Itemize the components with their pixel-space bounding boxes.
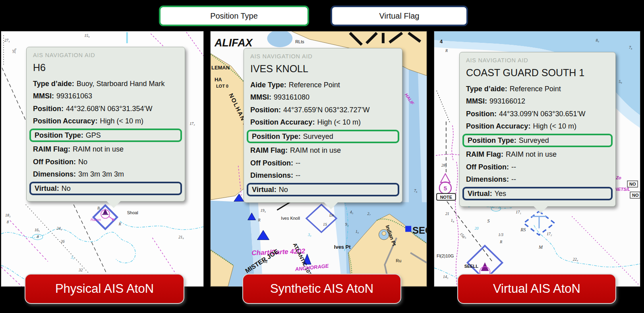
legend-virtual-flag: Virtual Flag (331, 6, 468, 26)
info-row: Position:44°33.099’N 063°30.651’W (466, 108, 609, 120)
no-box-label: NO (629, 182, 636, 186)
sounding-label: 26 (60, 239, 64, 244)
sounding-label: R (258, 218, 261, 222)
label-synthetic-ais-aton: Synthetic AIS AtoN (242, 274, 401, 304)
chart-panel-physical: 15₄ 27₄ 35₆ 7₁ B₂ Shoal Racon R 18₃ 8 16… (1, 31, 204, 287)
no-box-label: NO (632, 193, 639, 198)
virtual-flag-row: Virtual:No (29, 182, 182, 196)
position-type-row: Position Type:Surveyed (462, 134, 613, 148)
sounding-label: 15₄ (84, 33, 90, 38)
sounding-label: 4 (440, 38, 443, 44)
position-type-row: Position Type:GPS (29, 129, 182, 142)
sounding-label: 21₉ (178, 235, 184, 239)
sounding-label: 24₄ (56, 226, 62, 230)
popup-header: AIS NAVIGATION AID (250, 53, 396, 60)
sounding-label: 1₉ (356, 229, 359, 234)
sounding-label: 17₃ (190, 121, 195, 126)
sounding-label: 22₄ (573, 257, 578, 261)
place-label: LEMAN (211, 65, 230, 71)
ives-pt-label: Ives Pt (334, 244, 351, 250)
info-row: Aide Type:Reference Point (250, 79, 396, 91)
sounding-label: 35₆ (12, 48, 16, 54)
chart-panel-synthetic: ALIFAX RLts 14₆ (5) LEMAN HA LOT 0 NOLHA… (210, 31, 427, 287)
sounding-label: M (538, 244, 543, 250)
info-row: Dimensions:3m 3m 3m 3m (33, 168, 178, 181)
sounding-label: 9₃ (345, 222, 349, 227)
sounding-label: 8₉ (596, 38, 599, 42)
beacon-number: 5 (444, 185, 447, 192)
popup-header: AIS NAVIGATION AID (33, 52, 178, 58)
label-physical-ais-aton: Physical AIS AtoN (25, 274, 184, 304)
info-row: MMSI:993161080 (250, 91, 396, 104)
aton-popup: AIS NAVIGATION AID COAST GUARD SOUTH 1 T… (459, 52, 616, 207)
sounding-label: 27₄ (4, 38, 10, 42)
rlts-label: RLts (295, 39, 304, 44)
sounding-label: 17₂ (547, 232, 552, 236)
sounding-label: 7₆ (414, 188, 417, 193)
station-label: RS (520, 227, 526, 232)
position-type-row: Position Type:Surveyed (247, 130, 399, 144)
sounding-label: 28₂ (441, 163, 447, 167)
sounding-label: R (445, 48, 448, 53)
sounding-label: 17₁ (516, 210, 521, 214)
sounding-label: 1S (323, 222, 327, 227)
shoal-label: Shoal (127, 210, 138, 215)
place-label: HA (215, 77, 222, 83)
info-row: MMSI:993166012 (466, 95, 609, 108)
racon-label: Racon (91, 218, 101, 222)
light-characteristic-label: Fl(2)10G (437, 253, 454, 258)
place-label: LOT 0 (216, 84, 228, 88)
sounding-label: 2₇ (367, 211, 371, 216)
info-row: Position Accuracy:High (< 10 m) (250, 116, 396, 129)
info-row: Off Position:-- (250, 157, 396, 169)
sounding-label: 16₅ (35, 228, 40, 232)
virtual-flag-row: Virtual:No (247, 183, 399, 197)
sounding-label: R (118, 222, 121, 226)
info-row: Position Accuracy:High (< 10 m) (466, 120, 609, 133)
sounding-label: B₂ (97, 206, 101, 210)
contour-depth-label: 20 (475, 226, 479, 230)
sounding-label: 4₅ (350, 210, 354, 214)
sector-label: SEC (412, 225, 427, 236)
info-row: RAIM Flag:RAIM not in use (466, 148, 609, 161)
info-row: Type d’aide:Buoy, Starboard Hand Mark (33, 77, 178, 90)
sounding-label: 1₈ (451, 219, 454, 223)
info-row: Position:44°37.659’N 063°32.727’W (250, 104, 396, 116)
note-label: NOTE (440, 195, 452, 200)
info-row: Dimensions:-- (250, 169, 396, 182)
ives-knoll-label: Ives Knoll (281, 216, 300, 221)
aton-name: COAST GUARD SOUTH 1 (466, 67, 609, 79)
sounding-label: 19₄ (261, 208, 266, 213)
info-row: Position Accuracy:High (< 10 m) (33, 115, 178, 128)
chart-panel-virtual: 5 NOTE NO NO 4 R 8₉ 7₆ 5₉ 28₂ 156° 21 1₈… (434, 31, 640, 287)
sounding-label: 8 (7, 220, 9, 224)
sounding-label: 8 (37, 234, 39, 239)
sounding-label: R (499, 240, 502, 244)
sounding-label: 1/3 (498, 232, 503, 237)
virtual-flag-row: Virtual:Yes (462, 187, 613, 201)
aton-popup: AIS NAVIGATION AID H6 Type d’aide:Buoy, … (26, 47, 185, 202)
info-row: MMSI:993161063 (33, 90, 178, 103)
slide-canvas: Position Type Virtual Flag (0, 0, 644, 313)
aton-name: IVES KNOLL (250, 63, 396, 75)
info-row: Position:44°32.608’N 063°31.354’W (33, 102, 178, 115)
sounding-label: Dn (329, 213, 334, 217)
sounding-label: 5₉ (619, 79, 622, 84)
sounding-label: 14₃ (443, 275, 449, 279)
sounding-label: 7₆ (629, 45, 632, 50)
info-row: RAIM Flag:RAIM not in use (250, 144, 396, 157)
info-row: RAIM Flag:RAIM not in use (33, 143, 178, 156)
sounding-label: M (263, 259, 268, 264)
info-row: Dimensions:-- (466, 173, 609, 186)
sounding-label: S (487, 218, 489, 224)
contour-depth-label: 3₀ (307, 232, 311, 237)
sounding-label: 32 (78, 268, 83, 272)
legend-position-type: Position Type (159, 6, 309, 26)
place-label: Ru (396, 258, 401, 263)
contour-depth-label: 3₀ (70, 255, 74, 259)
aton-name: H6 (33, 62, 178, 73)
info-row: Type d’aide:Reference Point (466, 83, 609, 95)
info-row: Off Position:No (33, 156, 178, 168)
popup-header: AIS NAVIGATION AID (466, 57, 609, 63)
buoy-name-label: SEELL (464, 264, 479, 269)
